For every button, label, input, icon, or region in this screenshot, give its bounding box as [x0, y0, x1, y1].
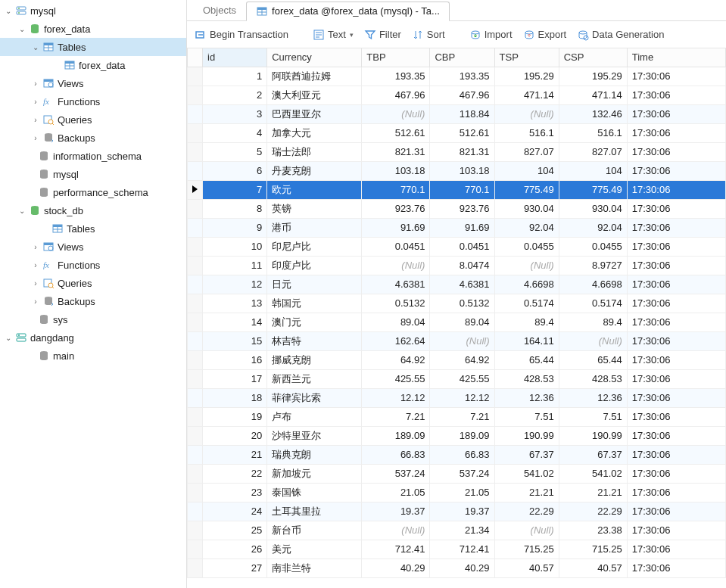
tree-item[interactable]: ›Views: [0, 74, 186, 92]
cell[interactable]: 17:30:06: [627, 237, 725, 256]
row-gutter[interactable]: [188, 483, 203, 502]
cell[interactable]: 40.29: [362, 558, 430, 577]
table-row[interactable]: 6丹麦克朗103.18103.1810410417:30:06: [188, 161, 726, 180]
cell[interactable]: (Null): [494, 521, 559, 540]
cell[interactable]: 775.49: [559, 180, 627, 199]
cell[interactable]: 卢布: [267, 407, 362, 426]
cell[interactable]: 821.31: [362, 142, 430, 161]
tree-item[interactable]: main: [0, 347, 186, 365]
cell[interactable]: (Null): [430, 331, 494, 350]
tree-item[interactable]: ›Backups: [0, 292, 186, 310]
cell[interactable]: 17:30:06: [627, 256, 725, 275]
cell[interactable]: 7.21: [362, 407, 430, 426]
cell[interactable]: 4: [203, 123, 267, 142]
cell[interactable]: 4.6381: [430, 275, 494, 294]
row-gutter[interactable]: [188, 388, 203, 407]
cell[interactable]: 104: [494, 161, 559, 180]
cell[interactable]: 118.84: [430, 104, 494, 123]
cell[interactable]: 17:30:06: [627, 294, 725, 313]
cell[interactable]: 17:30:06: [627, 483, 725, 502]
cell[interactable]: 17:30:06: [627, 558, 725, 577]
filter-button[interactable]: Filter: [363, 27, 403, 42]
cell[interactable]: 菲律宾比索: [267, 388, 362, 407]
cell[interactable]: 沙特里亚尔: [267, 426, 362, 445]
chevron-right-icon[interactable]: ›: [30, 297, 41, 306]
cell[interactable]: 21.05: [362, 483, 430, 502]
cell[interactable]: 14: [203, 313, 267, 331]
cell[interactable]: (Null): [362, 521, 430, 540]
table-row[interactable]: 10印尼卢比0.04510.04510.04550.045517:30:06: [188, 237, 726, 256]
cell[interactable]: 17:30:06: [627, 161, 725, 180]
sort-button[interactable]: Sort: [410, 27, 447, 42]
import-button[interactable]: Import: [468, 27, 514, 42]
cell[interactable]: 715.25: [559, 540, 627, 558]
cell[interactable]: (Null): [494, 104, 559, 123]
cell[interactable]: 17:30:06: [627, 67, 725, 86]
cell[interactable]: 190.99: [494, 426, 559, 445]
tree-item[interactable]: ⌄stock_db: [0, 201, 186, 219]
cell[interactable]: 3: [203, 104, 267, 123]
cell[interactable]: (Null): [559, 331, 627, 350]
cell[interactable]: 17:30:06: [627, 445, 725, 464]
cell[interactable]: 541.02: [559, 464, 627, 483]
cell[interactable]: 1: [203, 67, 267, 86]
chevron-down-icon[interactable]: ⌄: [17, 207, 27, 215]
cell[interactable]: 66.83: [362, 445, 430, 464]
cell[interactable]: 8: [203, 199, 267, 218]
cell[interactable]: 17:30:06: [627, 407, 725, 426]
cell[interactable]: 8.9727: [559, 256, 627, 275]
tab[interactable]: Objects: [193, 1, 246, 20]
row-gutter[interactable]: [188, 123, 203, 142]
cell[interactable]: 丹麦克朗: [267, 161, 362, 180]
chevron-right-icon[interactable]: ›: [30, 116, 41, 124]
cell[interactable]: 加拿大元: [267, 123, 362, 142]
cell[interactable]: 40.57: [494, 558, 559, 577]
cell[interactable]: 930.04: [559, 199, 627, 218]
column-header[interactable]: TSP: [494, 48, 559, 67]
cell[interactable]: 4.6698: [559, 275, 627, 294]
cell[interactable]: 21.21: [494, 483, 559, 502]
column-header[interactable]: Time: [627, 48, 725, 67]
cell[interactable]: 428.53: [494, 369, 559, 388]
cell[interactable]: 17:30:06: [627, 142, 725, 161]
cell[interactable]: 40.57: [559, 558, 627, 577]
cell[interactable]: 23: [203, 483, 267, 502]
data-grid[interactable]: idCurrencyTBPCBPTSPCSPTime 1阿联酋迪拉姆193.35…: [187, 48, 726, 578]
cell[interactable]: 7: [203, 180, 267, 199]
table-row[interactable]: 13韩国元0.51320.51320.51740.517417:30:06: [188, 294, 726, 313]
cell[interactable]: 67.37: [494, 445, 559, 464]
table-row[interactable]: 24土耳其里拉19.3719.3722.2922.2917:30:06: [188, 502, 726, 521]
tree-item[interactable]: sys: [0, 310, 186, 328]
cell[interactable]: 澳门元: [267, 313, 362, 331]
chevron-down-icon[interactable]: ⌄: [17, 25, 27, 33]
cell[interactable]: 19.37: [362, 502, 430, 521]
cell[interactable]: 923.76: [362, 199, 430, 218]
row-gutter[interactable]: [188, 313, 203, 331]
cell[interactable]: 64.92: [430, 350, 494, 369]
text-button[interactable]: Text▾: [311, 27, 355, 42]
cell[interactable]: 89.04: [362, 313, 430, 331]
cell[interactable]: 韩国元: [267, 294, 362, 313]
cell[interactable]: 12.36: [494, 388, 559, 407]
row-gutter[interactable]: [188, 445, 203, 464]
cell[interactable]: 162.64: [362, 331, 430, 350]
cell[interactable]: 19: [203, 407, 267, 426]
cell[interactable]: 13: [203, 294, 267, 313]
cell[interactable]: 新台币: [267, 521, 362, 540]
cell[interactable]: 712.41: [362, 540, 430, 558]
cell[interactable]: 阿联酋迪拉姆: [267, 67, 362, 86]
row-gutter[interactable]: [188, 218, 203, 237]
cell[interactable]: 17:30:06: [627, 86, 725, 104]
column-header[interactable]: CBP: [430, 48, 494, 67]
tab[interactable]: forex_data @forex_data (mysql) - Ta...: [246, 2, 450, 21]
cell[interactable]: 土耳其里拉: [267, 502, 362, 521]
cell[interactable]: 美元: [267, 540, 362, 558]
cell[interactable]: 泰国铢: [267, 483, 362, 502]
cell[interactable]: 10: [203, 237, 267, 256]
row-gutter[interactable]: [188, 369, 203, 388]
cell[interactable]: 467.96: [362, 86, 430, 104]
cell[interactable]: 428.53: [559, 369, 627, 388]
cell[interactable]: 南非兰特: [267, 558, 362, 577]
cell[interactable]: 0.0451: [430, 237, 494, 256]
tree-item[interactable]: ⌄dangdang: [0, 328, 186, 347]
